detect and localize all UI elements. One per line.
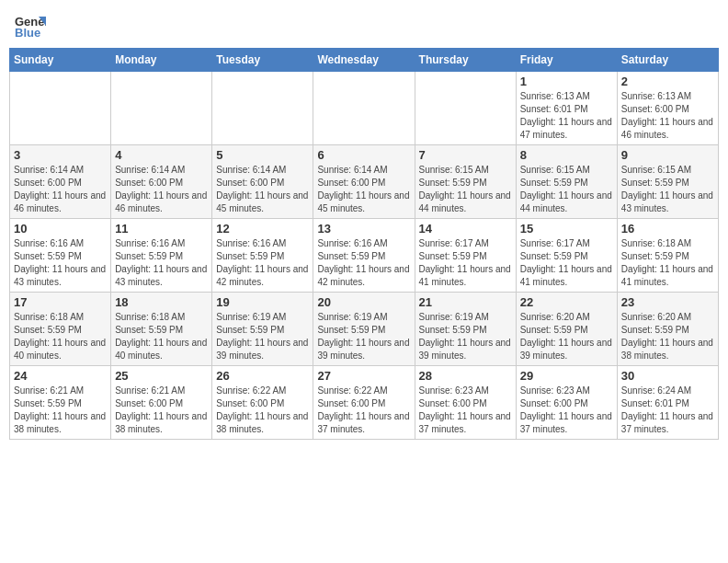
day-cell-1: 1Sunrise: 6:13 AMSunset: 6:01 PMDaylight… <box>516 72 617 145</box>
day-number: 16 <box>621 222 714 236</box>
logo-icon: General Blue <box>13 9 46 42</box>
day-info: Sunrise: 6:22 AMSunset: 6:00 PMDaylight:… <box>216 385 309 436</box>
day-info: Sunrise: 6:15 AMSunset: 5:59 PMDaylight:… <box>419 164 512 215</box>
day-cell-15: 15Sunrise: 6:17 AMSunset: 5:59 PMDayligh… <box>516 219 617 293</box>
week-row-2: 3Sunrise: 6:14 AMSunset: 6:00 PMDaylight… <box>10 145 719 219</box>
day-number: 28 <box>419 369 512 383</box>
day-cell-17: 17Sunrise: 6:18 AMSunset: 5:59 PMDayligh… <box>10 293 111 366</box>
day-number: 26 <box>216 369 309 383</box>
day-number: 10 <box>14 222 107 236</box>
day-cell-20: 20Sunrise: 6:19 AMSunset: 5:59 PMDayligh… <box>313 293 415 366</box>
day-cell-8: 8Sunrise: 6:15 AMSunset: 5:59 PMDaylight… <box>516 145 617 219</box>
day-cell-26: 26Sunrise: 6:22 AMSunset: 6:00 PMDayligh… <box>212 366 313 440</box>
day-cell-10: 10Sunrise: 6:16 AMSunset: 5:59 PMDayligh… <box>10 219 111 293</box>
day-info: Sunrise: 6:21 AMSunset: 5:59 PMDaylight:… <box>14 385 107 436</box>
day-info: Sunrise: 6:15 AMSunset: 5:59 PMDaylight:… <box>520 164 613 215</box>
day-number: 2 <box>621 75 714 88</box>
day-cell-27: 27Sunrise: 6:22 AMSunset: 6:00 PMDayligh… <box>313 366 415 440</box>
day-cell-4: 4Sunrise: 6:14 AMSunset: 6:00 PMDaylight… <box>111 145 212 219</box>
day-number: 15 <box>520 222 613 236</box>
day-number: 18 <box>115 295 208 309</box>
weekday-header-sunday: Sunday <box>10 49 111 72</box>
day-info: Sunrise: 6:19 AMSunset: 5:59 PMDaylight:… <box>419 311 512 362</box>
day-info: Sunrise: 6:19 AMSunset: 5:59 PMDaylight:… <box>317 311 410 362</box>
day-cell-5: 5Sunrise: 6:14 AMSunset: 6:00 PMDaylight… <box>212 145 313 219</box>
weekday-header-saturday: Saturday <box>617 49 718 72</box>
day-number: 29 <box>520 369 613 383</box>
day-cell-25: 25Sunrise: 6:21 AMSunset: 6:00 PMDayligh… <box>111 366 212 440</box>
day-info: Sunrise: 6:18 AMSunset: 5:59 PMDaylight:… <box>14 311 107 362</box>
day-number: 11 <box>115 222 208 236</box>
week-row-4: 17Sunrise: 6:18 AMSunset: 5:59 PMDayligh… <box>10 293 719 366</box>
day-number: 19 <box>216 295 309 309</box>
day-info: Sunrise: 6:23 AMSunset: 6:00 PMDaylight:… <box>520 385 613 436</box>
week-row-5: 24Sunrise: 6:21 AMSunset: 5:59 PMDayligh… <box>10 366 719 440</box>
weekday-header-tuesday: Tuesday <box>212 49 313 72</box>
day-cell-11: 11Sunrise: 6:16 AMSunset: 5:59 PMDayligh… <box>111 219 212 293</box>
day-info: Sunrise: 6:16 AMSunset: 5:59 PMDaylight:… <box>14 237 107 289</box>
day-info: Sunrise: 6:15 AMSunset: 5:59 PMDaylight:… <box>621 164 714 215</box>
day-cell-3: 3Sunrise: 6:14 AMSunset: 6:00 PMDaylight… <box>10 145 111 219</box>
day-info: Sunrise: 6:14 AMSunset: 6:00 PMDaylight:… <box>14 164 107 215</box>
day-number: 21 <box>419 295 512 309</box>
day-number: 8 <box>520 148 613 162</box>
day-cell-9: 9Sunrise: 6:15 AMSunset: 5:59 PMDaylight… <box>617 145 718 219</box>
day-info: Sunrise: 6:17 AMSunset: 5:59 PMDaylight:… <box>419 237 512 289</box>
day-number: 27 <box>317 369 410 383</box>
day-info: Sunrise: 6:23 AMSunset: 6:00 PMDaylight:… <box>419 385 512 436</box>
day-info: Sunrise: 6:16 AMSunset: 5:59 PMDaylight:… <box>115 237 208 289</box>
day-cell-16: 16Sunrise: 6:18 AMSunset: 5:59 PMDayligh… <box>617 219 718 293</box>
day-info: Sunrise: 6:14 AMSunset: 6:00 PMDaylight:… <box>115 164 208 215</box>
weekday-header-thursday: Thursday <box>415 49 516 72</box>
day-cell-30: 30Sunrise: 6:24 AMSunset: 6:01 PMDayligh… <box>617 366 718 440</box>
day-info: Sunrise: 6:20 AMSunset: 5:59 PMDaylight:… <box>520 311 613 362</box>
weekday-header-monday: Monday <box>111 49 212 72</box>
day-info: Sunrise: 6:16 AMSunset: 5:59 PMDaylight:… <box>317 237 410 289</box>
day-number: 30 <box>621 369 714 383</box>
day-cell-28: 28Sunrise: 6:23 AMSunset: 6:00 PMDayligh… <box>415 366 516 440</box>
week-row-3: 10Sunrise: 6:16 AMSunset: 5:59 PMDayligh… <box>10 219 719 293</box>
empty-cell <box>415 72 516 145</box>
day-number: 4 <box>115 148 208 162</box>
day-info: Sunrise: 6:16 AMSunset: 5:59 PMDaylight:… <box>216 237 309 289</box>
day-info: Sunrise: 6:18 AMSunset: 5:59 PMDaylight:… <box>115 311 208 362</box>
day-number: 13 <box>317 222 410 236</box>
weekday-header-friday: Friday <box>516 49 617 72</box>
day-cell-18: 18Sunrise: 6:18 AMSunset: 5:59 PMDayligh… <box>111 293 212 366</box>
day-number: 25 <box>115 369 208 383</box>
day-cell-23: 23Sunrise: 6:20 AMSunset: 5:59 PMDayligh… <box>617 293 718 366</box>
day-cell-21: 21Sunrise: 6:19 AMSunset: 5:59 PMDayligh… <box>415 293 516 366</box>
svg-text:Blue: Blue <box>15 26 40 40</box>
day-info: Sunrise: 6:13 AMSunset: 6:00 PMDaylight:… <box>621 90 714 142</box>
empty-cell <box>10 72 111 145</box>
day-info: Sunrise: 6:22 AMSunset: 6:00 PMDaylight:… <box>317 385 410 436</box>
day-number: 22 <box>520 295 613 309</box>
day-info: Sunrise: 6:21 AMSunset: 6:00 PMDaylight:… <box>115 385 208 436</box>
week-row-1: 1Sunrise: 6:13 AMSunset: 6:01 PMDaylight… <box>10 72 719 145</box>
day-number: 24 <box>14 369 107 383</box>
day-number: 7 <box>419 148 512 162</box>
page-header: General Blue <box>9 9 719 42</box>
day-number: 9 <box>621 148 714 162</box>
empty-cell <box>111 72 212 145</box>
calendar-table: SundayMondayTuesdayWednesdayThursdayFrid… <box>9 48 719 440</box>
empty-cell <box>313 72 415 145</box>
day-number: 3 <box>14 148 107 162</box>
weekday-header-row: SundayMondayTuesdayWednesdayThursdayFrid… <box>10 49 719 72</box>
day-number: 1 <box>520 75 613 88</box>
day-cell-7: 7Sunrise: 6:15 AMSunset: 5:59 PMDaylight… <box>415 145 516 219</box>
day-info: Sunrise: 6:14 AMSunset: 6:00 PMDaylight:… <box>317 164 410 215</box>
day-info: Sunrise: 6:14 AMSunset: 6:00 PMDaylight:… <box>216 164 309 215</box>
day-info: Sunrise: 6:20 AMSunset: 5:59 PMDaylight:… <box>621 311 714 362</box>
day-info: Sunrise: 6:18 AMSunset: 5:59 PMDaylight:… <box>621 237 714 289</box>
day-cell-13: 13Sunrise: 6:16 AMSunset: 5:59 PMDayligh… <box>313 219 415 293</box>
day-cell-12: 12Sunrise: 6:16 AMSunset: 5:59 PMDayligh… <box>212 219 313 293</box>
day-info: Sunrise: 6:24 AMSunset: 6:01 PMDaylight:… <box>621 385 714 436</box>
day-cell-2: 2Sunrise: 6:13 AMSunset: 6:00 PMDaylight… <box>617 72 718 145</box>
day-cell-14: 14Sunrise: 6:17 AMSunset: 5:59 PMDayligh… <box>415 219 516 293</box>
day-cell-22: 22Sunrise: 6:20 AMSunset: 5:59 PMDayligh… <box>516 293 617 366</box>
day-number: 17 <box>14 295 107 309</box>
day-cell-29: 29Sunrise: 6:23 AMSunset: 6:00 PMDayligh… <box>516 366 617 440</box>
day-number: 23 <box>621 295 714 309</box>
weekday-header-wednesday: Wednesday <box>313 49 415 72</box>
